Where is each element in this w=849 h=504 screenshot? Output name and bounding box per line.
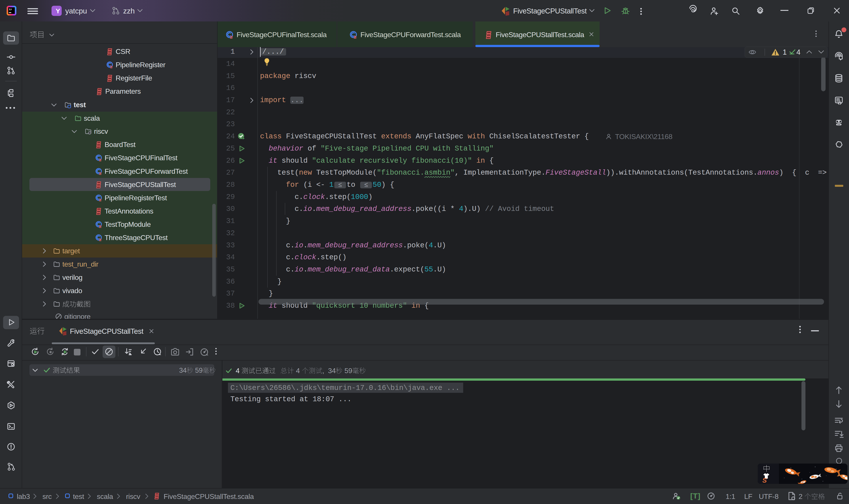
svg-text:IJ: IJ	[9, 8, 12, 11]
